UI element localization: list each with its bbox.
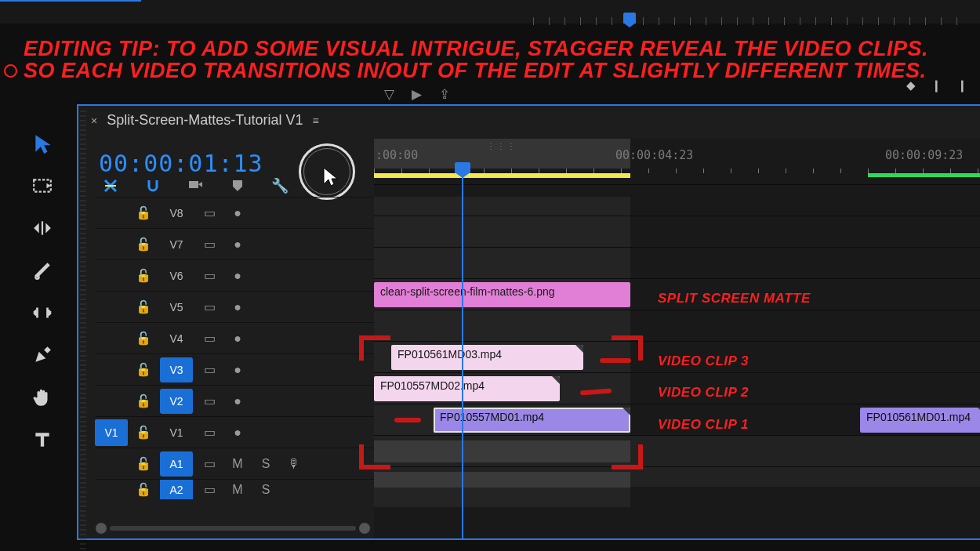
lock-icon[interactable]: 🔓 xyxy=(132,296,155,318)
track-label[interactable]: V6 xyxy=(160,263,193,288)
insert-play-icon[interactable]: ▶ xyxy=(412,86,422,103)
eye-icon[interactable]: ● xyxy=(226,359,249,381)
zoom-handle-left[interactable] xyxy=(96,523,107,534)
sync-lock-icon[interactable]: ▭ xyxy=(198,328,221,350)
selection-tool[interactable] xyxy=(27,132,58,155)
tip-line2: So each video transitions in/out of the … xyxy=(24,60,964,82)
lock-icon[interactable]: 🔓 xyxy=(132,328,155,350)
bracket-tr xyxy=(612,335,643,361)
lock-icon[interactable]: 🔓 xyxy=(132,202,155,224)
clip-label: FP010561MD03.mp4 xyxy=(397,348,502,361)
clip-v2[interactable]: FP010557MD02.mp4 xyxy=(374,376,560,401)
playhead-timecode[interactable]: 00:00:01:13 xyxy=(99,150,263,177)
ruler-timecode: 00:00:04:23 xyxy=(615,148,693,162)
lock-icon[interactable]: 🔓 xyxy=(132,265,155,287)
source-patch[interactable]: V1 xyxy=(95,419,128,446)
annotation-clip2: Video Clip 2 xyxy=(658,385,749,401)
lock-icon[interactable]: 🔓 xyxy=(132,422,155,444)
track-label[interactable]: A2 xyxy=(160,479,193,499)
solo-button[interactable]: S xyxy=(254,479,278,499)
mini-playhead-icon[interactable] xyxy=(623,13,636,24)
ruler-timecode: :00:00 xyxy=(376,148,418,162)
zoom-bar[interactable] xyxy=(110,526,356,531)
lock-icon[interactable]: 🔓 xyxy=(132,453,155,475)
clip-v3[interactable]: FP010561MD03.mp4 xyxy=(391,345,583,370)
funnel-icon[interactable]: ▽ xyxy=(384,86,394,103)
nest-toggle-icon[interactable] xyxy=(102,178,119,194)
panel-menu-icon[interactable]: ≡ xyxy=(313,114,321,127)
track-select-tool[interactable] xyxy=(27,174,58,198)
snap-icon[interactable] xyxy=(144,178,162,194)
eye-icon[interactable]: ● xyxy=(226,422,249,444)
eye-icon[interactable]: ● xyxy=(226,265,249,287)
playhead-icon[interactable] xyxy=(462,162,463,538)
track-label[interactable]: V1 xyxy=(160,420,193,445)
bracket-bl xyxy=(359,444,390,469)
track-header-v1[interactable]: V1 🔓 V1 ▭ ● xyxy=(96,416,374,448)
lock-icon[interactable]: 🔓 xyxy=(132,359,155,381)
sync-lock-icon[interactable]: ▭ xyxy=(198,479,221,499)
clip-area[interactable]: clean-split-screen-film-mattes-6.png FP0… xyxy=(374,184,980,507)
pen-tool[interactable] xyxy=(27,343,58,367)
track-header-v7[interactable]: 🔓 V7 ▭ ● xyxy=(96,228,374,259)
track-label[interactable]: V7 xyxy=(160,232,193,257)
track-header-a2[interactable]: 🔓 A2 ▭ M S xyxy=(96,479,374,499)
in-out-range-bar[interactable] xyxy=(374,173,630,178)
sync-lock-icon[interactable]: ▭ xyxy=(198,422,221,444)
red-dash xyxy=(394,418,421,422)
settings-wrench-icon[interactable]: 🔧 xyxy=(271,178,289,194)
timeline-body[interactable]: ⋮⋮⋮ :00:00 00:00:04:23 00:00:09:23 clean… xyxy=(374,139,980,538)
lock-icon[interactable]: 🔓 xyxy=(132,234,155,256)
lock-icon[interactable]: 🔓 xyxy=(132,390,155,412)
hand-tool[interactable] xyxy=(27,386,58,409)
sync-lock-icon[interactable]: ▭ xyxy=(198,390,221,412)
type-tool[interactable] xyxy=(27,428,58,451)
track-label[interactable]: V4 xyxy=(160,326,193,351)
sync-lock-icon[interactable]: ▭ xyxy=(198,234,221,256)
sync-lock-icon[interactable]: ▭ xyxy=(198,265,221,287)
zoom-scrollbar[interactable] xyxy=(96,523,370,534)
clip-vr[interactable]: FP010561MD01.mp4 xyxy=(860,408,980,433)
close-icon[interactable]: × xyxy=(91,114,97,127)
track-header-v8[interactable]: 🔓 V8 ▭ ● xyxy=(96,197,374,228)
clip-label: FP010557MD02.mp4 xyxy=(380,379,485,392)
sync-lock-icon[interactable]: ▭ xyxy=(198,296,221,318)
mute-button[interactable]: M xyxy=(226,453,249,475)
marker-add-icon[interactable] xyxy=(229,178,246,194)
sync-lock-icon[interactable]: ▭ xyxy=(198,359,221,381)
track-label[interactable]: A1 xyxy=(160,451,193,477)
track-header-v6[interactable]: 🔓 V6 ▭ ● xyxy=(96,259,374,291)
sequence-tab[interactable]: × Split-Screen-Mattes-Tutorial V1 ≡ xyxy=(91,112,321,129)
sync-lock-icon[interactable]: ▭ xyxy=(198,453,221,475)
mini-timeline-ticks[interactable] xyxy=(533,17,972,25)
eye-icon[interactable]: ● xyxy=(226,328,249,350)
track-header-a1[interactable]: 🔓 A1 ▭ M S 🎙 xyxy=(96,448,374,479)
linked-selection-icon[interactable] xyxy=(187,178,204,194)
razor-tool[interactable] xyxy=(27,259,58,282)
track-row xyxy=(374,247,980,278)
eye-icon[interactable]: ● xyxy=(226,234,249,256)
lock-icon[interactable]: 🔓 xyxy=(132,479,155,499)
panel-drag-handle[interactable] xyxy=(80,111,86,551)
voiceover-mic-icon[interactable]: 🎙 xyxy=(282,453,306,475)
eye-icon[interactable]: ● xyxy=(226,296,249,318)
zoom-handle-right[interactable] xyxy=(359,523,370,534)
track-header-v3[interactable]: 🔓 V3 ▭ ● xyxy=(96,353,374,385)
track-label[interactable]: V2 xyxy=(160,389,193,414)
clip-matte[interactable]: clean-split-screen-film-mattes-6.png xyxy=(374,282,630,307)
eye-icon[interactable]: ● xyxy=(226,202,249,224)
eye-icon[interactable]: ● xyxy=(226,390,249,412)
track-label[interactable]: V3 xyxy=(160,357,193,382)
export-frame-icon[interactable]: ⇪ xyxy=(439,86,450,103)
mute-button[interactable]: M xyxy=(226,479,249,499)
slip-tool[interactable] xyxy=(27,301,58,324)
track-label[interactable]: V8 xyxy=(160,201,193,226)
track-header-v2[interactable]: 🔓 V2 ▭ ● xyxy=(96,385,374,416)
track-row xyxy=(374,184,980,216)
track-header-v5[interactable]: 🔓 V5 ▭ ● xyxy=(96,291,374,322)
track-header-v4[interactable]: 🔓 V4 ▭ ● xyxy=(96,322,374,353)
solo-button[interactable]: S xyxy=(254,453,278,475)
track-label[interactable]: V5 xyxy=(160,295,193,320)
sync-lock-icon[interactable]: ▭ xyxy=(198,202,221,224)
ripple-edit-tool[interactable] xyxy=(27,216,58,240)
